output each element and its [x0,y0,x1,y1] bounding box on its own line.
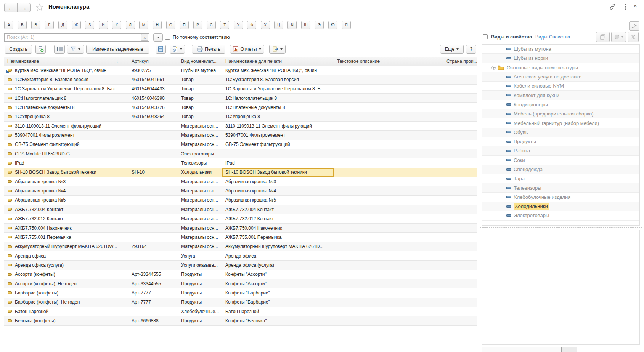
table-row[interactable]: Барбарис (конфеты)Арт-7777ПродуктыКонфет… [4,288,477,298]
tree-item[interactable]: Комплект для кухни [482,91,639,100]
clear-search-icon[interactable]: x [141,34,148,41]
cell-kind[interactable]: Материалы осн... [178,122,222,130]
table-row[interactable]: GPS Module HL6528RD-GЭлектротовары [4,149,477,158]
cell-sku[interactable]: SH-10 [128,168,178,177]
cell-country[interactable] [443,224,477,232]
cell-description[interactable] [334,94,443,102]
tree-item[interactable]: Мебель (предварительная сборка) [482,109,639,118]
expand-icon[interactable] [491,66,496,70]
tree-folder[interactable]: Основные виды номенклатуры [482,63,639,72]
table-row[interactable]: Аккумуляторный шуруповерт MAKITA 6261DW.… [4,242,477,251]
cell-sku[interactable] [128,158,178,167]
cell-print-name[interactable]: 1С:Платежные документы 8 [222,103,334,112]
cell-name[interactable]: Ассорти (конфеты), Не годен [4,279,128,288]
cell-sku[interactable] [128,205,178,214]
cell-print-name[interactable]: 1С:Упрощенка 8 [222,112,334,121]
alphabet-button-М[interactable]: М [139,21,148,29]
cell-kind[interactable]: Материалы осн... [178,186,222,195]
cell-print-name[interactable]: Абразивная крошка №4 [222,186,334,195]
get-link-icon[interactable] [609,3,616,10]
tree-item[interactable]: Холодильники [482,202,639,211]
tree-item[interactable]: Телевизоры [482,183,639,192]
cell-name[interactable]: GPS Module HL6528RD-G [4,149,128,158]
alphabet-button-Ю[interactable]: Ю [328,21,337,29]
alphabet-button-Г[interactable]: Г [45,21,54,29]
cell-print-name[interactable]: Конфеты "Ассорти" [222,270,334,279]
tree-item[interactable]: Тара [482,174,639,183]
cell-print-name[interactable]: 539047001 Фильтроэлемент [222,131,334,139]
barcode-button[interactable] [54,45,65,54]
cell-description[interactable] [334,316,443,325]
alphabet-button-У[interactable]: У [234,21,243,29]
alphabet-button-С[interactable]: С [207,21,216,29]
alphabet-button-О[interactable]: О [166,21,175,29]
cell-print-name[interactable]: Батон нарезной [222,307,334,316]
table-row[interactable]: 1С:Платежные документы 84601546043726Тов… [4,103,477,112]
cell-kind[interactable]: Продукты [178,288,222,297]
cell-country[interactable] [443,177,477,186]
cell-country[interactable] [443,94,477,102]
alphabet-button-Н[interactable]: Н [153,21,162,29]
cell-description[interactable] [334,103,443,112]
cell-kind[interactable]: Материалы осн... [178,242,222,251]
tree-item[interactable]: Продукты [482,137,639,146]
cell-kind[interactable]: Материалы осн... [178,205,222,214]
cell-country[interactable] [443,112,477,121]
table-row[interactable]: 539047001 ФильтроэлементМатериалы осн...… [4,131,477,140]
list-view-button[interactable] [156,45,166,54]
cell-country[interactable] [443,270,477,279]
cell-description[interactable] [334,85,443,93]
cell-kind[interactable]: Продукты [178,316,222,325]
cell-kind[interactable]: Продукты [178,279,222,288]
table-row[interactable]: 1С:Бухгалтерия 8. Базовая версия46015460… [4,75,477,84]
table-row[interactable]: GB-75 Элемент фильтрующийМатериалы осн..… [4,140,477,149]
cell-name[interactable]: Абразивная крошка №5 [4,196,128,205]
table-row[interactable]: АЖБ7.755.001 ПеремычкаМатериалы осн...АЖ… [4,233,477,242]
cell-print-name[interactable]: SH-10 BOSCH Завод бытовой техники [222,168,334,177]
cell-kind[interactable]: Товар [178,103,222,112]
table-row[interactable]: 1С:Упрощенка 84601546048264Товар1С:Упрощ… [4,112,477,122]
cell-name[interactable]: Абразивная крошка №3 [4,177,128,186]
cell-kind[interactable]: Товар [178,94,222,102]
cell-name[interactable]: Белочка (конфеты) [4,316,128,325]
cell-name[interactable]: АЖБ7.732.012 Контакт [4,214,128,223]
cell-country[interactable] [443,168,477,177]
cell-print-name[interactable]: Аренда офиса [222,251,334,260]
cell-sku[interactable] [128,186,178,195]
table-row[interactable]: 1С:Налогоплательщик 84601546046390Товар1… [4,94,477,103]
alphabet-button-Ж[interactable]: Ж [72,21,81,29]
cell-name[interactable]: Батон нарезной [4,307,128,316]
cell-kind[interactable]: Шубы из мутона [178,66,222,75]
scrollbar-button-right[interactable] [569,347,577,352]
cell-kind[interactable]: Материалы осн... [178,233,222,242]
bottom-scrollbar[interactable] [482,347,577,352]
help-button[interactable]: ? [466,45,476,54]
cell-description[interactable] [334,66,443,75]
cell-print-name[interactable]: Абразивная крошка №3 [222,177,334,186]
create-button[interactable]: Создать [5,45,32,54]
cell-description[interactable] [334,261,443,269]
alphabet-button-П[interactable]: П [180,21,189,29]
cell-name[interactable]: Абразивная крошка №4 [4,186,128,195]
alphabet-button-В[interactable]: В [31,21,40,29]
edit-selected-button[interactable]: Изменить выделенные [86,45,149,54]
cell-sku[interactable]: 4601546041661 [128,75,178,84]
cell-description[interactable] [334,307,443,316]
table-row[interactable]: 1С:Зарплата и Управление Персоналом 8. Б… [4,85,477,94]
alphabet-button-Я[interactable]: Я [342,21,351,29]
tree-item[interactable]: Спецодежда [482,165,639,174]
cell-print-name[interactable]: Конфеты "Барбарис" [222,288,334,297]
alphabet-button-Д[interactable]: Д [58,21,67,29]
cell-sku[interactable]: Арт-7777 [128,288,178,297]
cell-description[interactable] [334,214,443,223]
add-button[interactable] [611,32,626,42]
alphabet-button-Х[interactable]: Х [261,21,270,29]
back-button[interactable]: ← [4,3,18,12]
panel-splitter[interactable] [480,32,480,352]
cell-name[interactable]: Барбарис (конфеты) [4,288,128,297]
cell-print-name[interactable]: АЖБ7.750.004 Наконечник [222,224,334,232]
cell-name[interactable]: 1С:Зарплата и Управление Персоналом 8. Б… [4,85,128,93]
cell-name[interactable]: SH-10 BOSCH Завод бытовой техники [4,168,128,177]
table-row[interactable]: Ассорти (конфеты), Не годенАрт-33344555П… [4,279,477,288]
cell-country[interactable] [443,307,477,316]
